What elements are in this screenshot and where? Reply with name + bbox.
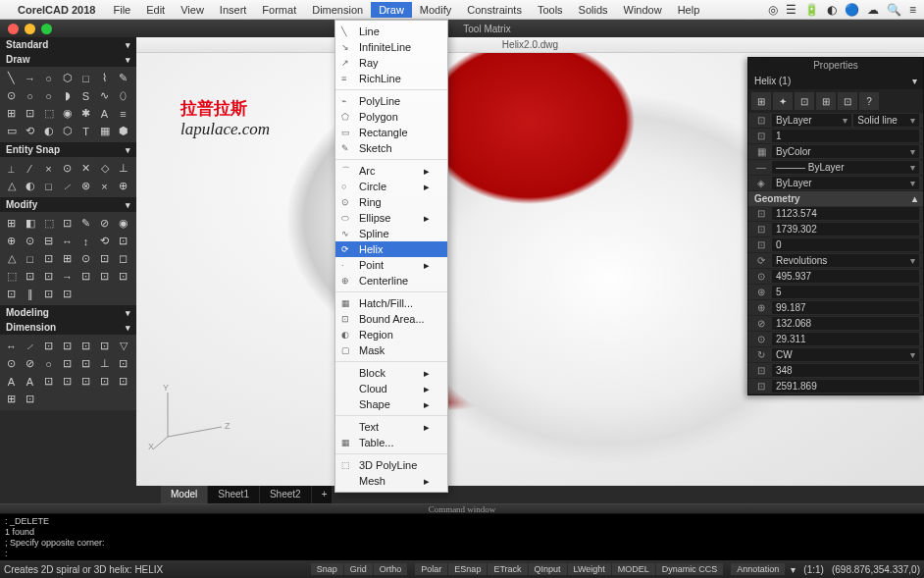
tool-button[interactable]: ⊡ xyxy=(115,373,131,390)
search-icon[interactable]: 🔍 xyxy=(887,3,901,17)
tool-button[interactable]: ◗ xyxy=(59,87,76,104)
tool-button[interactable]: ⊡ xyxy=(59,338,76,354)
status-toggle-qinput[interactable]: QInput xyxy=(529,563,567,575)
property-row[interactable]: ⟳Revolutions xyxy=(748,253,923,269)
tool-button[interactable]: ⊟ xyxy=(40,233,57,249)
tool-button[interactable]: ⬚ xyxy=(40,215,57,232)
menu-modify[interactable]: Modify xyxy=(412,2,459,18)
property-row[interactable]: ◈ByLayer xyxy=(748,176,923,191)
standard-header[interactable]: Standard▾ xyxy=(0,37,136,52)
tool-button[interactable]: ⊡ xyxy=(59,373,76,390)
property-row[interactable]: ⊘132.068 xyxy=(748,316,923,332)
menu-icon[interactable]: ≡ xyxy=(909,3,916,17)
tool-button[interactable]: □ xyxy=(40,178,57,194)
tool-button[interactable]: ⊡ xyxy=(59,215,76,232)
tool-button[interactable]: ⊡ xyxy=(77,338,94,354)
status-toggle-grid[interactable]: Grid xyxy=(344,563,373,575)
status-toggle-snap[interactable]: Snap xyxy=(311,563,343,575)
tool-button[interactable]: ⬡ xyxy=(59,123,76,139)
property-row[interactable]: ⊙495.937 xyxy=(748,269,923,285)
tool-button[interactable]: ⊡ xyxy=(40,250,57,267)
tool-button[interactable]: ◉ xyxy=(115,215,131,232)
tool-button[interactable]: ⊡ xyxy=(3,286,20,302)
tool-button[interactable]: ○ xyxy=(40,70,57,86)
status-scale[interactable]: (1:1) xyxy=(803,564,824,575)
tool-button[interactable]: ○ xyxy=(22,87,38,104)
menu-item-3d-polyline[interactable]: ⬚3D PolyLine xyxy=(335,457,447,473)
menu-item-block[interactable]: Block▸ xyxy=(335,365,447,381)
status-toggle-lweight[interactable]: LWeight xyxy=(568,563,611,575)
tool-button[interactable]: → xyxy=(22,70,38,86)
status-toggle-dynamic ccs[interactable]: Dynamic CCS xyxy=(656,563,724,575)
tool-button[interactable]: ‖ xyxy=(22,286,38,302)
status-toggle-annotation[interactable]: Annotation xyxy=(731,563,785,575)
tool-button[interactable]: ✎ xyxy=(115,70,131,86)
tool-button[interactable]: ⟂ xyxy=(3,160,20,177)
tool-button[interactable]: ◇ xyxy=(96,160,113,177)
tool-button[interactable]: ⊞ xyxy=(3,391,20,407)
tool-button[interactable]: ⊡ xyxy=(40,338,57,354)
menu-item-infiniteline[interactable]: ↘InfiniteLine xyxy=(335,39,447,55)
battery-icon[interactable]: 🔋 xyxy=(804,3,819,17)
tool-button[interactable]: ◻ xyxy=(115,250,131,267)
tool-button[interactable]: ◉ xyxy=(59,105,76,122)
tool-button[interactable]: T xyxy=(77,123,94,139)
menu-item-sketch[interactable]: ✎Sketch xyxy=(335,140,447,156)
tool-button[interactable]: ▭ xyxy=(3,123,20,139)
tool-button[interactable]: △ xyxy=(3,178,20,194)
menu-insert[interactable]: Insert xyxy=(212,2,255,18)
menu-item-point[interactable]: ·Point▸ xyxy=(335,257,447,273)
tool-button[interactable]: A xyxy=(96,105,113,122)
tool-button[interactable]: ⊡ xyxy=(40,286,57,302)
tool-button[interactable]: ⊥ xyxy=(96,355,113,372)
bluetooth-icon[interactable]: 🔵 xyxy=(845,3,859,17)
tool-button[interactable]: ≡ xyxy=(115,105,131,122)
menu-help[interactable]: Help xyxy=(670,2,708,18)
cloud-icon[interactable]: ☁ xyxy=(867,3,879,17)
menu-item-mask[interactable]: ▢Mask xyxy=(335,342,447,358)
tab-sheet2[interactable]: Sheet2 xyxy=(260,486,311,503)
tool-button[interactable]: ⊡ xyxy=(22,105,38,122)
prop-tool-button[interactable]: ⊞ xyxy=(816,92,836,110)
tool-button[interactable]: ⊙ xyxy=(3,87,20,104)
status-toggle-etrack[interactable]: ETrack xyxy=(488,563,527,575)
menu-item-ring[interactable]: ⊙Ring xyxy=(335,194,447,210)
tool-button[interactable]: ◧ xyxy=(22,215,38,232)
tool-button[interactable]: ⌇ xyxy=(96,70,113,86)
menu-item-richline[interactable]: ≡RichLine xyxy=(335,71,447,86)
tool-button[interactable]: ⊙ xyxy=(59,160,76,177)
tool-button[interactable]: △ xyxy=(3,250,20,267)
tool-button[interactable]: ▽ xyxy=(115,338,131,354)
geometry-section-header[interactable]: Geometry▴ xyxy=(748,191,923,206)
tool-button[interactable]: ⬡ xyxy=(59,70,76,86)
tool-button[interactable]: ⊞ xyxy=(3,215,20,232)
menu-item-polyline[interactable]: ⌁PolyLine xyxy=(335,93,447,109)
tool-button[interactable]: ⊡ xyxy=(115,268,131,285)
menu-item-ray[interactable]: ↗Ray xyxy=(335,55,447,71)
tool-button[interactable]: □ xyxy=(22,250,38,267)
tool-button[interactable]: ⊡ xyxy=(77,268,94,285)
menu-item-line[interactable]: ╲Line xyxy=(335,24,447,39)
tool-button[interactable]: ⊡ xyxy=(59,286,76,302)
tool-button[interactable]: ○ xyxy=(40,355,57,372)
add-sheet-button[interactable]: + xyxy=(312,486,332,503)
status-toggle-esnap[interactable]: ESnap xyxy=(448,563,487,575)
tool-button[interactable]: × xyxy=(96,178,113,194)
tool-button[interactable]: A xyxy=(3,373,20,390)
palette-header-draw[interactable]: Draw▾ xyxy=(0,52,136,67)
tool-button[interactable]: ⊘ xyxy=(22,355,38,372)
tool-button[interactable]: ↕ xyxy=(77,233,94,249)
menu-item-helix[interactable]: ⟳Helix xyxy=(335,241,447,257)
property-row[interactable]: ▦ByColor xyxy=(748,144,923,160)
tool-button[interactable]: ⊘ xyxy=(96,215,113,232)
menu-item-table[interactable]: ▦Table... xyxy=(335,435,447,450)
tool-button[interactable]: ⊡ xyxy=(22,268,38,285)
tool-button[interactable]: ⊡ xyxy=(115,233,131,249)
tool-button[interactable]: ⊙ xyxy=(77,250,94,267)
tool-button[interactable]: ✎ xyxy=(77,215,94,232)
property-row[interactable]: ———— ByLayer xyxy=(748,160,923,176)
menu-item-circle[interactable]: ○Circle▸ xyxy=(335,179,447,194)
tool-button[interactable]: × xyxy=(40,160,57,177)
tool-button[interactable]: ⊕ xyxy=(115,178,131,194)
tool-button[interactable]: ◐ xyxy=(22,178,38,194)
